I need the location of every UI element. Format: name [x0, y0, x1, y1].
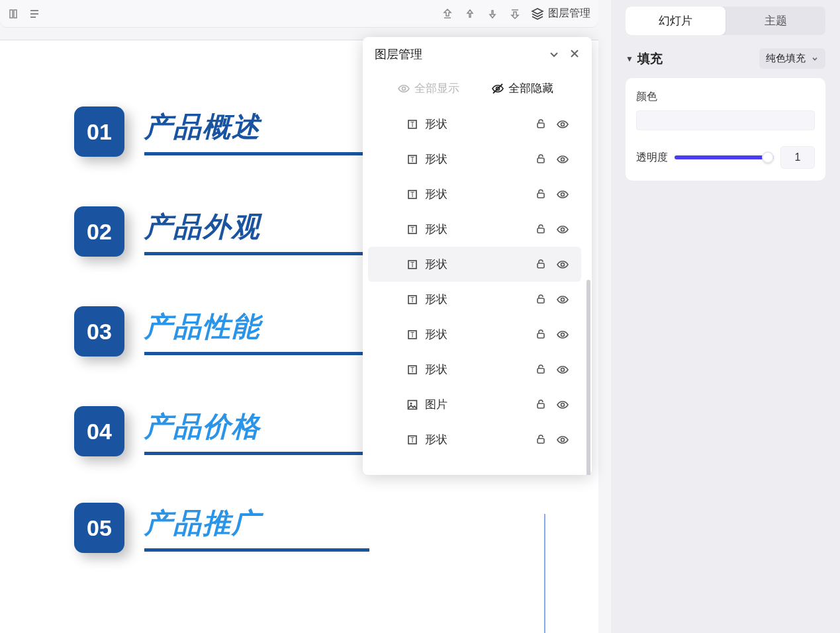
eye-icon	[397, 82, 410, 95]
toolbar-icon-2[interactable]	[28, 7, 41, 21]
toc-title: 产品概述	[144, 108, 371, 146]
toc-underline	[144, 352, 369, 355]
toc-underline	[144, 152, 369, 155]
toc-item[interactable]: 02产品外观	[0, 206, 371, 257]
visibility-icon[interactable]	[556, 258, 569, 271]
svg-point-7	[402, 87, 406, 90]
lock-icon[interactable]	[535, 188, 547, 201]
opacity-slider[interactable]	[675, 150, 774, 165]
layer-row[interactable]: T形状	[368, 106, 581, 142]
visibility-icon[interactable]	[556, 293, 569, 306]
toc-item[interactable]: 05产品推广	[0, 503, 371, 553]
lock-icon[interactable]	[535, 118, 547, 131]
svg-text:T: T	[410, 191, 414, 198]
opacity-value-input[interactable]: 1	[780, 146, 815, 169]
svg-rect-28	[537, 263, 544, 268]
svg-text:T: T	[410, 296, 414, 304]
svg-rect-48	[537, 439, 544, 443]
bring-to-front-icon[interactable]	[441, 7, 454, 21]
triangle-down-icon[interactable]: ▼	[626, 54, 633, 63]
show-all-button[interactable]: 全部显示	[397, 81, 459, 96]
layer-row-label: 形状	[425, 432, 447, 447]
lock-icon[interactable]	[535, 293, 547, 306]
visibility-icon[interactable]	[556, 433, 569, 446]
opacity-row: 透明度 1	[636, 146, 815, 169]
bring-forward-icon[interactable]	[463, 7, 477, 21]
toc-number-badge: 02	[74, 206, 124, 257]
layer-row[interactable]: T形状	[368, 177, 581, 212]
layer-manage-button[interactable]: 图层管理	[531, 7, 590, 21]
layer-row[interactable]: 图片	[368, 387, 581, 422]
toc-item[interactable]: 01产品概述	[0, 106, 371, 157]
close-icon[interactable]	[569, 48, 580, 60]
layer-row-label: 形状	[425, 116, 447, 132]
svg-point-17	[561, 157, 565, 161]
toc-title: 产品推广	[144, 505, 371, 542]
lock-icon[interactable]	[535, 258, 547, 271]
top-toolbar: 图层管理	[0, 0, 598, 28]
shape-icon: T	[406, 434, 418, 446]
layer-row[interactable]: T形状	[368, 247, 581, 282]
lock-icon[interactable]	[535, 223, 547, 236]
shape-icon: T	[406, 259, 418, 271]
layer-row[interactable]: T形状	[368, 142, 581, 177]
toolbar-icon-1[interactable]	[8, 7, 21, 21]
slider-knob[interactable]	[762, 151, 774, 163]
svg-text:T: T	[410, 366, 414, 374]
fill-type-select[interactable]: 纯色填充	[759, 48, 825, 69]
layer-row[interactable]: T形状	[368, 212, 581, 247]
svg-point-21	[561, 192, 565, 196]
hide-all-button[interactable]: 全部隐藏	[491, 81, 553, 96]
layer-row[interactable]: T形状	[368, 282, 581, 317]
collapse-icon[interactable]	[548, 48, 560, 60]
svg-point-37	[561, 333, 565, 336]
lock-icon[interactable]	[535, 363, 547, 376]
toc-text: 产品性能	[144, 308, 371, 355]
visibility-icon[interactable]	[556, 118, 569, 131]
layer-row-label: 形状	[425, 362, 447, 377]
layer-row-label: 形状	[425, 151, 447, 167]
svg-rect-12	[537, 123, 544, 128]
lock-icon[interactable]	[535, 153, 547, 166]
toc-item[interactable]: 03产品性能	[0, 306, 371, 357]
visibility-icon[interactable]	[556, 188, 569, 201]
fill-card: 颜色 透明度 1	[626, 78, 825, 181]
svg-rect-24	[537, 228, 544, 233]
layer-row[interactable]: T形状	[368, 422, 581, 457]
layer-row-label: 图片	[425, 397, 447, 412]
tab-slide[interactable]: 幻灯片	[626, 7, 725, 35]
tab-theme[interactable]: 主题	[725, 7, 825, 35]
toc-number-badge: 04	[74, 406, 124, 456]
shape-icon: T	[406, 153, 418, 165]
layer-list[interactable]: T形状T形状T形状T形状T形状T形状T形状T形状图片T形状	[363, 100, 592, 475]
layer-row[interactable]: T形状	[368, 352, 581, 387]
visibility-icon[interactable]	[556, 328, 569, 341]
lock-icon[interactable]	[535, 398, 547, 411]
lock-icon[interactable]	[535, 433, 547, 446]
svg-rect-16	[537, 158, 544, 163]
layer-row[interactable]: T形状	[368, 317, 581, 352]
color-label: 颜色	[636, 90, 815, 104]
send-backward-icon[interactable]	[486, 7, 499, 21]
svg-text:T: T	[410, 226, 414, 233]
visibility-icon[interactable]	[556, 153, 569, 166]
toc-text: 产品推广	[144, 505, 371, 552]
visibility-icon[interactable]	[556, 363, 569, 376]
right-tabs: 幻灯片 主题	[626, 7, 825, 35]
toc-item[interactable]: 04产品价格	[0, 406, 371, 456]
toc-text: 产品外观	[144, 208, 371, 255]
shape-icon: T	[406, 364, 418, 376]
shape-icon: T	[406, 224, 418, 235]
send-to-back-icon[interactable]	[508, 7, 522, 21]
toc-title: 产品外观	[144, 208, 371, 245]
toc-title: 产品价格	[144, 408, 371, 445]
svg-rect-44	[537, 403, 544, 408]
lock-icon[interactable]	[535, 328, 547, 341]
scrollbar-thumb[interactable]	[586, 280, 590, 475]
visibility-icon[interactable]	[556, 223, 569, 236]
layer-panel-title: 图层管理	[375, 46, 422, 62]
color-swatch[interactable]	[636, 110, 815, 130]
fill-section-label: 填充	[637, 50, 663, 67]
visibility-icon[interactable]	[556, 398, 569, 411]
opacity-value: 1	[795, 151, 801, 163]
